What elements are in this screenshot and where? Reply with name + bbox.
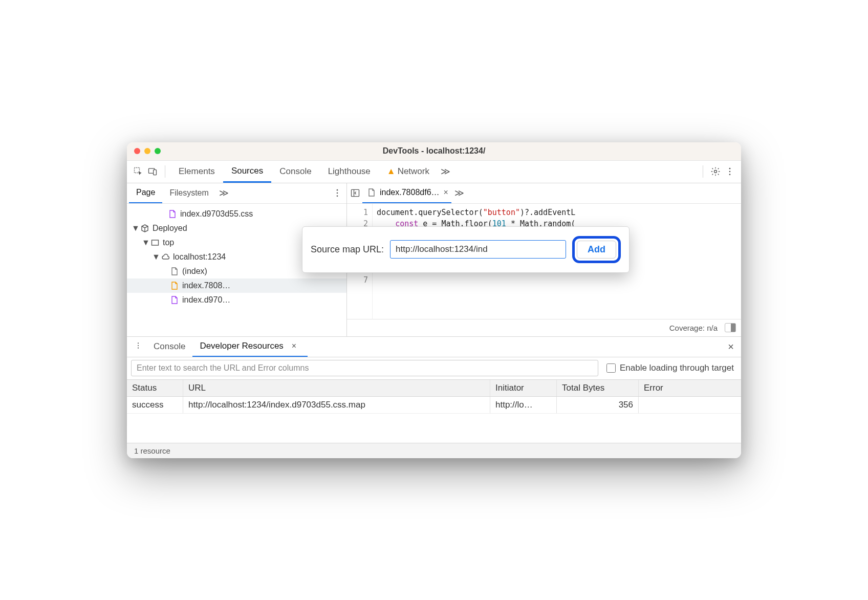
cell-url: http://localhost:1234/index.d9703d55.css… [183,397,490,413]
devtools-window: DevTools - localhost:1234/ Elements Sour… [127,142,741,458]
tree-js-file-label: index.7808… [182,281,230,290]
main-toolbar: Elements Sources Console Lighthouse ▲ Ne… [127,161,741,183]
tab-console[interactable]: Console [271,161,319,183]
navigator-kebab-icon[interactable] [330,186,344,200]
editor-tabs: index.7808df6… × ≫ [347,183,741,204]
svg-point-3 [714,170,717,173]
tree-top-label: top [163,238,174,247]
editor-file-tab-label: index.7808df6… [380,188,440,197]
col-url[interactable]: URL [183,380,490,396]
device-toolbar-icon[interactable] [145,164,160,179]
drawer-tab-developer-resources[interactable]: Developer Resources × [192,337,308,357]
expand-arrow-icon: ▼ [132,224,139,233]
svg-rect-2 [154,170,157,175]
drawer-search-row: Enable loading through target [127,357,741,380]
tab-network-label: Network [398,166,429,177]
svg-point-6 [729,174,731,176]
toggle-navigator-icon[interactable] [348,186,362,200]
tab-network[interactable]: ▲ Network [379,161,438,183]
drawer-tabs: Console Developer Resources × × [127,337,741,357]
toggle-sidebar-icon[interactable] [725,323,736,332]
editor-statusbar: Coverage: n/a [347,319,741,336]
svg-point-13 [138,342,139,344]
tree-js-file[interactable]: index.7808… [127,278,346,293]
editor-file-tab[interactable]: index.7808df6… × [362,183,451,203]
navigator-tab-filesystem[interactable]: Filesystem [162,183,215,203]
table-header: Status URL Initiator Total Bytes Error [127,380,741,397]
cell-error [639,397,741,413]
source-map-url-input[interactable] [390,240,566,259]
tree-css-file-2[interactable]: index.d970… [127,293,346,307]
enable-loading-label: Enable loading through target [620,363,734,373]
svg-point-15 [138,347,139,348]
cloud-icon [161,252,170,262]
source-map-label: Source map URL: [311,244,384,255]
window-title: DevTools - localhost:1234/ [127,146,741,156]
col-initiator[interactable]: Initiator [490,380,557,396]
add-button-highlight: Add [572,236,621,263]
drawer-search-input[interactable] [131,360,598,376]
drawer-tab-console[interactable]: Console [146,337,192,357]
tree-file-css-label: index.d9703d55.css [180,209,253,219]
navigator-tab-page[interactable]: Page [129,183,162,203]
drawer-footer: 1 resource [127,443,741,458]
close-drawer-icon[interactable]: × [724,341,738,353]
enable-loading-checkbox[interactable]: Enable loading through target [606,363,737,373]
kebab-menu-icon[interactable] [723,164,737,179]
svg-rect-10 [152,240,159,245]
col-error[interactable]: Error [639,380,741,396]
cell-initiator: http://lo… [490,397,557,413]
file-icon [367,188,376,197]
svg-point-4 [729,168,731,169]
frame-icon [150,238,160,247]
more-tabs-button[interactable]: ≫ [438,166,453,177]
source-map-popup: Source map URL: Add [302,226,630,273]
table-row[interactable]: success http://localhost:1234/index.d970… [127,397,741,414]
enable-loading-checkbox-input[interactable] [606,363,616,373]
file-icon [170,295,179,305]
settings-icon[interactable] [708,164,723,179]
col-total-bytes[interactable]: Total Bytes [557,380,639,396]
svg-point-9 [337,196,338,197]
close-drawer-tab-icon[interactable]: × [288,341,300,351]
tree-host-label: localhost:1234 [173,252,226,262]
tab-elements[interactable]: Elements [170,161,223,183]
svg-point-5 [729,171,731,173]
tab-sources[interactable]: Sources [223,161,271,183]
titlebar: DevTools - localhost:1234/ [127,142,741,161]
cube-icon [140,224,149,233]
file-icon [170,267,179,276]
svg-point-7 [337,189,338,191]
expand-arrow-icon: ▼ [153,252,160,262]
coverage-label: Coverage: n/a [669,324,718,332]
navigator-more-tabs[interactable]: ≫ [216,187,232,199]
tree-deployed-label: Deployed [153,224,187,233]
svg-point-14 [138,345,139,346]
drawer-tab-devres-label: Developer Resources [200,341,283,351]
table-body: success http://localhost:1234/index.d970… [127,397,741,443]
expand-arrow-icon: ▼ [142,238,149,247]
tree-index-label: (index) [182,267,207,276]
resource-count: 1 resource [134,446,170,455]
svg-point-8 [337,192,338,194]
add-button[interactable]: Add [577,241,616,259]
close-tab-icon[interactable]: × [444,188,448,197]
col-status[interactable]: Status [127,380,183,396]
resources-table: Status URL Initiator Total Bytes Error s… [127,380,741,443]
warning-icon: ▲ [387,166,396,177]
file-icon [170,281,179,290]
tree-css-file-2-label: index.d970… [182,295,230,305]
navigator-tabs: Page Filesystem ≫ [127,183,346,204]
cell-status: success [127,397,183,413]
editor-more-tabs[interactable]: ≫ [451,187,467,199]
tree-file-css[interactable]: index.d9703d55.css [127,207,346,221]
tab-lighthouse[interactable]: Lighthouse [320,161,379,183]
file-icon [168,209,177,219]
inspect-element-icon[interactable] [131,164,145,179]
drawer-kebab-icon[interactable] [130,341,146,352]
cell-bytes: 356 [557,397,639,413]
